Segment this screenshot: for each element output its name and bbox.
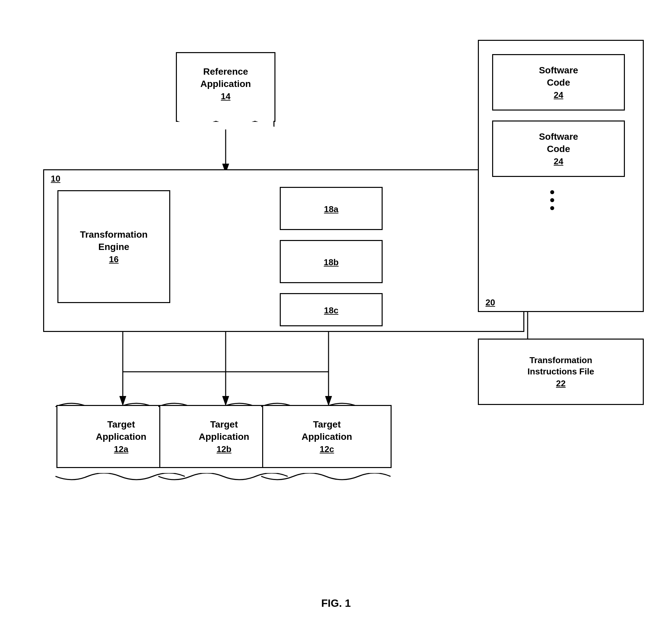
target-app-a-label: Target Application (96, 419, 146, 443)
software-code-2-box: Software Code 24 (492, 120, 625, 177)
reference-application-box: Reference Application 14 (176, 52, 276, 122)
transformation-instructions-box: Transformation Instructions File 22 (478, 339, 644, 405)
target-app-c-label: Target Application (302, 419, 352, 443)
figure-caption-text: FIG. 1 (321, 597, 351, 609)
dot-3 (550, 206, 554, 210)
slot-18b-box: 18b (280, 240, 383, 283)
target-app-c-number: 12c (320, 444, 334, 454)
software-code-1-box: Software Code 24 (492, 54, 625, 111)
transformation-engine-number: 16 (109, 254, 119, 264)
system-box: 10 Transformation Engine 16 18a 18b 18c (43, 169, 524, 332)
target-app-a-number: 12a (114, 444, 128, 454)
reference-application-label: Reference Application (200, 66, 251, 90)
dots (550, 190, 554, 210)
transformation-instructions-number: 22 (556, 378, 566, 389)
slot-18a-number: 18a (324, 204, 338, 215)
system-box-number: 10 (51, 174, 60, 184)
transformation-engine-box: Transformation Engine 16 (57, 190, 170, 303)
slot-18c-box: 18c (280, 293, 383, 326)
target-app-c-wrapper: Target Application 12c (262, 405, 392, 478)
software-code-2-number: 24 (554, 156, 564, 167)
software-code-container-number: 20 (486, 297, 495, 308)
target-app-c-box: Target Application 12c (262, 405, 392, 468)
slot-18c-number: 18c (324, 305, 338, 316)
software-code-2-label: Software Code (539, 131, 578, 155)
target-app-b-number: 12b (217, 444, 232, 454)
dot-2 (550, 198, 554, 202)
software-code-1-number: 24 (554, 90, 564, 100)
figure-caption: FIG. 1 (0, 597, 672, 610)
wavy-bottom-c (261, 473, 391, 483)
slot-18a-box: 18a (280, 187, 383, 230)
target-app-b-label: Target Application (199, 419, 249, 443)
software-code-1-label: Software Code (539, 64, 578, 88)
reference-application-number: 14 (221, 91, 231, 102)
transformation-engine-label: Transformation Engine (80, 229, 148, 253)
software-code-container: 20 Software Code 24 Software Code 24 (478, 40, 644, 312)
slot-18b-number: 18b (324, 257, 339, 267)
diagram: Reference Application 14 10 Transformati… (0, 0, 672, 636)
transformation-instructions-label: Transformation Instructions File (528, 355, 594, 377)
dot-1 (550, 190, 554, 194)
